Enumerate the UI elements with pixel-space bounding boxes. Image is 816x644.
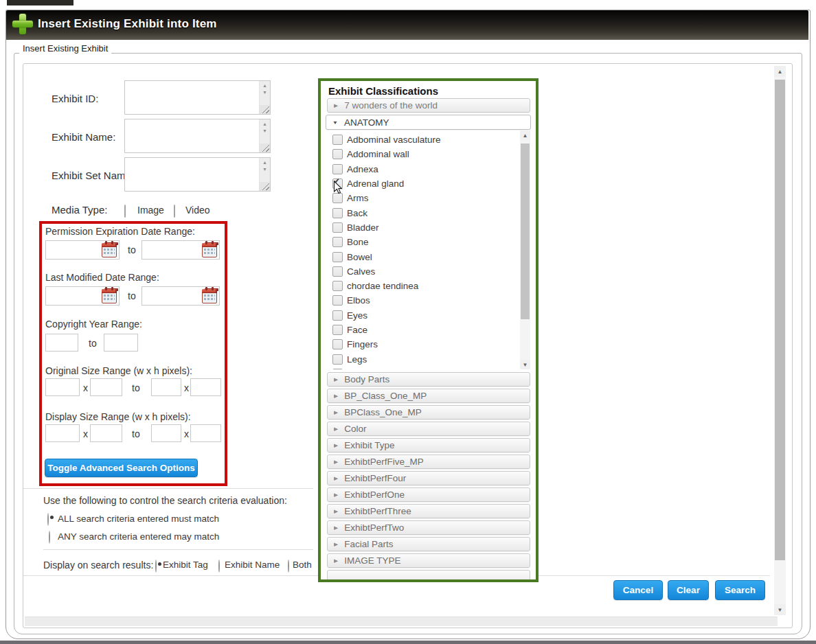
original-w2-input[interactable] (151, 378, 181, 396)
accordion-anatomy[interactable]: ▼ ANATOMY (326, 115, 531, 130)
exhibit-tag-radio[interactable] (155, 560, 157, 573)
checkbox[interactable]: ✔ (332, 339, 343, 349)
main-scrollbar[interactable]: ▲ ▼ (774, 66, 786, 615)
calendar-icon[interactable] (102, 289, 117, 303)
original-h2-input[interactable] (190, 378, 221, 396)
accordion-exhibtperfthree[interactable]: ▶ExhibtPerfThree (327, 504, 530, 518)
exhibit-name-label[interactable]: Exhibit Name (225, 560, 280, 570)
list-item[interactable]: ✔Back (327, 205, 530, 220)
display-w2-input[interactable] (151, 424, 181, 442)
image-checkbox-label[interactable]: Image (137, 205, 164, 216)
list-item[interactable]: ✔Adbominal vasculature (327, 133, 530, 147)
spin-down-icon[interactable]: ▼ (260, 90, 270, 95)
checkbox[interactable]: ✔ (332, 325, 343, 335)
calendar-icon[interactable] (202, 243, 217, 257)
image-checkbox[interactable]: ✔ (124, 205, 126, 218)
video-checkbox[interactable]: ✔ (174, 205, 175, 218)
cancel-button[interactable]: Cancel (613, 580, 663, 600)
checkbox[interactable]: ✔ (332, 369, 343, 369)
list-scrollbar-thumb[interactable] (521, 143, 530, 319)
spin-down-icon[interactable]: ▼ (260, 128, 270, 134)
both-label[interactable]: Both (293, 560, 312, 570)
list-item[interactable]: ✔Elbos (327, 293, 530, 308)
list-item[interactable]: ✔Face (327, 323, 530, 337)
resize-grip-icon[interactable] (262, 144, 269, 152)
checkbox[interactable]: ✔ (332, 354, 343, 365)
copyright-to-input[interactable] (104, 334, 138, 352)
checkbox[interactable]: ✔ (332, 208, 343, 218)
exhibit-name-input[interactable]: ▲ ▼ (124, 119, 271, 153)
horizontal-scrollbar-track[interactable] (25, 617, 778, 626)
list-item[interactable]: ✔Addominal wall (327, 147, 530, 161)
checkbox[interactable]: ✔ (332, 164, 343, 174)
display-w1-input[interactable] (45, 424, 80, 442)
video-checkbox-label[interactable]: Video (185, 205, 210, 216)
display-h2-input[interactable] (190, 424, 221, 442)
original-w1-input[interactable] (45, 378, 80, 396)
list-item[interactable]: ✔Arms (327, 191, 530, 205)
list-item[interactable]: ✔Bowel (327, 249, 530, 264)
checkbox[interactable]: ✔ (332, 149, 343, 159)
both-radio[interactable] (288, 560, 289, 573)
accordion-bp-class-one-mp[interactable]: ▶BP_Class_One_MP (327, 389, 530, 403)
accordion-exhibit-type[interactable]: ▶Exhibit Type (327, 438, 530, 452)
scroll-up-icon[interactable]: ▲ (774, 66, 786, 77)
list-item[interactable]: ✔Legs (327, 352, 530, 366)
exhibit-set-name-input[interactable]: ▲ ▼ (124, 157, 271, 192)
accordion-image-type[interactable]: ▶IMAGE TYPE (327, 553, 530, 568)
exhibit-tag-label[interactable]: Exhibit Tag (163, 560, 208, 570)
any-criteria-radio[interactable] (49, 531, 50, 544)
accordion-facial-parts[interactable]: ▶Facial Parts (327, 537, 530, 551)
exhibit-name-radio[interactable] (218, 560, 220, 573)
checkbox[interactable]: ✔ (332, 266, 343, 277)
list-item[interactable]: ✔chordae tendinea (327, 279, 530, 293)
main-scrollbar-thumb[interactable] (775, 80, 785, 560)
accordion-exhibtperffive-mp[interactable]: ▶ExhibtPerfFive_MP (327, 455, 530, 469)
list-item[interactable]: ✔Calves (327, 264, 530, 279)
any-criteria-label[interactable]: ANY search criteria entered may match (58, 531, 219, 542)
scroll-down-icon[interactable]: ▼ (774, 604, 786, 615)
list-item[interactable]: ✔Adrenal gland (327, 176, 530, 191)
checkbox[interactable]: ✔ (332, 281, 343, 291)
list-item[interactable]: ✔Adnexa (327, 162, 530, 176)
spin-down-icon[interactable]: ▼ (260, 167, 270, 172)
list-item[interactable]: ✔Fingers (327, 337, 530, 352)
accordion-partial[interactable] (327, 570, 530, 582)
clear-button[interactable]: Clear (668, 580, 709, 600)
checkbox[interactable]: ✔ (332, 295, 343, 306)
accordion-exhibtperfone[interactable]: ▶ExhibtPerfOne (327, 487, 530, 502)
original-h1-input[interactable] (90, 378, 122, 396)
list-item[interactable]: ✔Eyes (327, 308, 530, 323)
search-button[interactable]: Search (715, 580, 765, 600)
checkbox[interactable]: ✔ (332, 222, 343, 233)
exhibit-id-input[interactable]: ▲ ▼ (124, 80, 271, 115)
copyright-from-input[interactable] (45, 334, 78, 352)
list-scrollbar[interactable]: ▲ ▼ (520, 130, 530, 369)
spin-up-icon[interactable]: ▲ (260, 83, 270, 89)
list-item[interactable]: ✔Bladder (327, 220, 530, 235)
checkbox[interactable]: ✔ (332, 237, 343, 247)
calendar-icon[interactable] (102, 243, 117, 257)
accordion-body-parts[interactable]: ▶Body Parts (327, 372, 530, 387)
toggle-advanced-search-button[interactable]: Toggle Advanced Search Options (45, 459, 198, 477)
list-item[interactable]: ✔Bone (327, 235, 530, 249)
resize-grip-icon[interactable] (262, 106, 269, 113)
accordion-exhibtperftwo[interactable]: ▶ExhibtPerfTwo (327, 520, 530, 535)
display-h1-input[interactable] (90, 424, 122, 442)
accordion-7-wonders[interactable]: ▶ 7 wonders of the world (327, 98, 530, 113)
checkbox[interactable]: ✔ (332, 252, 343, 262)
all-criteria-radio[interactable] (47, 513, 49, 526)
accordion-exhibtperffour[interactable]: ▶ExhibtPerfFour (327, 471, 530, 485)
scroll-up-icon[interactable]: ▲ (520, 130, 530, 140)
checkbox[interactable]: ✔ (332, 310, 343, 321)
accordion-bpclass-one-mp[interactable]: ▶BPClass_One_MP (327, 405, 530, 419)
scroll-down-icon[interactable]: ▼ (520, 360, 530, 369)
resize-grip-icon[interactable] (262, 183, 269, 190)
spin-up-icon[interactable]: ▲ (260, 122, 270, 127)
accordion-color[interactable]: ▶Color (327, 422, 530, 436)
list-item[interactable]: ✔Neck (327, 367, 530, 369)
checkbox[interactable]: ✔ (332, 135, 343, 145)
spin-up-icon[interactable]: ▲ (260, 160, 270, 165)
calendar-icon[interactable] (202, 289, 217, 303)
all-criteria-label[interactable]: ALL search criteria entered must match (58, 514, 219, 524)
